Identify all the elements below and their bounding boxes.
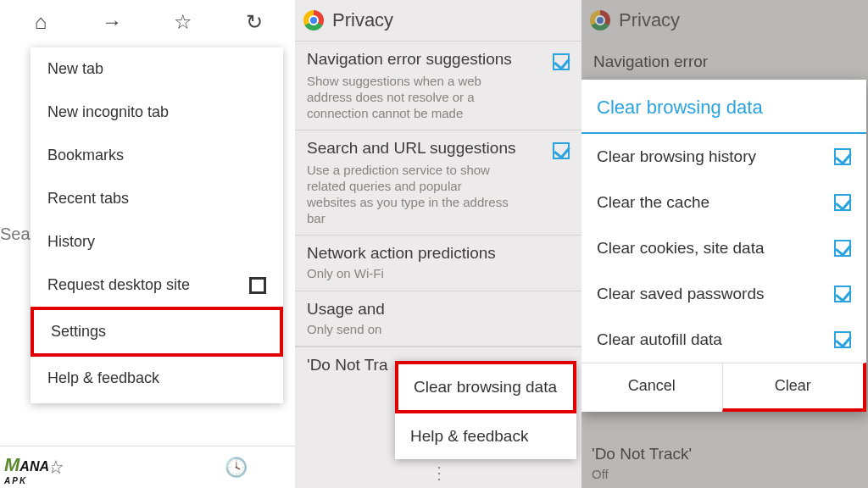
menu-settings[interactable]: Settings <box>31 307 283 357</box>
privacy-header: Privacy <box>295 0 581 41</box>
privacy-header-dimmed: Privacy <box>581 0 868 41</box>
more-dots-icon[interactable]: ⋮ <box>431 463 446 483</box>
checkbox-checked-icon[interactable] <box>553 142 570 159</box>
panel-privacy-settings: Privacy Navigation error suggestions Sho… <box>295 0 581 488</box>
menu-help-feedback[interactable]: Help & feedback <box>31 357 283 400</box>
dlg-clear-passwords[interactable]: Clear saved passwords <box>581 271 866 317</box>
menu-request-desktop[interactable]: Request desktop site <box>31 263 283 307</box>
page-title: Privacy <box>332 9 393 31</box>
watermark-logo: MANA APK <box>2 456 52 486</box>
dialog-title: Clear browsing data <box>581 80 866 134</box>
dlg-clear-autofill[interactable]: Clear autofill data <box>581 317 866 363</box>
dlg-clear-cookies[interactable]: Clear cookies, site data <box>581 225 866 271</box>
browser-toolbar: ⌂ → ☆ ↻ <box>0 0 295 44</box>
menu-history[interactable]: History <box>31 220 283 263</box>
menu-new-incognito[interactable]: New incognito tab <box>31 91 283 134</box>
checkbox-checked-icon[interactable] <box>834 194 851 211</box>
setting-search-url[interactable]: Search and URL suggestions Use a predict… <box>295 130 581 235</box>
dlg-clear-history[interactable]: Clear browsing history <box>581 134 866 180</box>
setting-usage[interactable]: Usage and Only send on <box>295 291 581 347</box>
checkbox-unchecked-icon[interactable] <box>249 277 266 294</box>
home-icon[interactable]: ⌂ <box>28 10 53 34</box>
bg-setting-fragment: Navigation error <box>581 41 868 71</box>
checkbox-checked-icon[interactable] <box>834 148 851 165</box>
search-field-fragment: Sea <box>0 225 31 244</box>
dlg-clear-cache[interactable]: Clear the cache <box>581 180 866 225</box>
menu-bookmarks[interactable]: Bookmarks <box>31 134 283 177</box>
history-clock-icon[interactable]: 🕓 <box>225 457 248 479</box>
page-title-dimmed: Privacy <box>619 9 680 31</box>
bg-dnt-fragment: 'Do Not Track' Off <box>592 445 692 481</box>
dialog-buttons: Cancel Clear <box>581 363 866 412</box>
checkbox-checked-icon[interactable] <box>834 331 851 348</box>
setting-nav-error[interactable]: Navigation error suggestions Show sugges… <box>295 41 581 130</box>
context-popup: Clear browsing data Help & feedback <box>395 361 576 459</box>
chrome-icon <box>590 10 610 30</box>
menu-recent-tabs[interactable]: Recent tabs <box>31 177 283 220</box>
star-icon[interactable]: ☆ <box>170 10 196 34</box>
cancel-button[interactable]: Cancel <box>581 363 722 412</box>
checkbox-checked-icon[interactable] <box>553 53 570 70</box>
panel-chrome-menu: ⌂ → ☆ ↻ Sea New tab New incognito tab Bo… <box>0 0 295 488</box>
forward-icon[interactable]: → <box>99 10 125 34</box>
checkbox-checked-icon[interactable] <box>834 240 851 257</box>
clear-button[interactable]: Clear <box>722 363 867 412</box>
panel-clear-data-dialog: Privacy Navigation error Clear browsing … <box>581 0 868 488</box>
overflow-menu: New tab New incognito tab Bookmarks Rece… <box>31 47 283 403</box>
checkbox-checked-icon[interactable] <box>834 286 851 302</box>
reload-icon[interactable]: ↻ <box>242 10 267 34</box>
chrome-icon <box>303 10 324 30</box>
popup-clear-browsing-data[interactable]: Clear browsing data <box>395 361 576 413</box>
popup-help-feedback[interactable]: Help & feedback <box>395 413 576 459</box>
clear-data-dialog: Clear browsing data Clear browsing histo… <box>581 80 866 412</box>
setting-network-predictions[interactable]: Network action predictions Only on Wi-Fi <box>295 235 581 291</box>
menu-new-tab[interactable]: New tab <box>31 47 283 91</box>
